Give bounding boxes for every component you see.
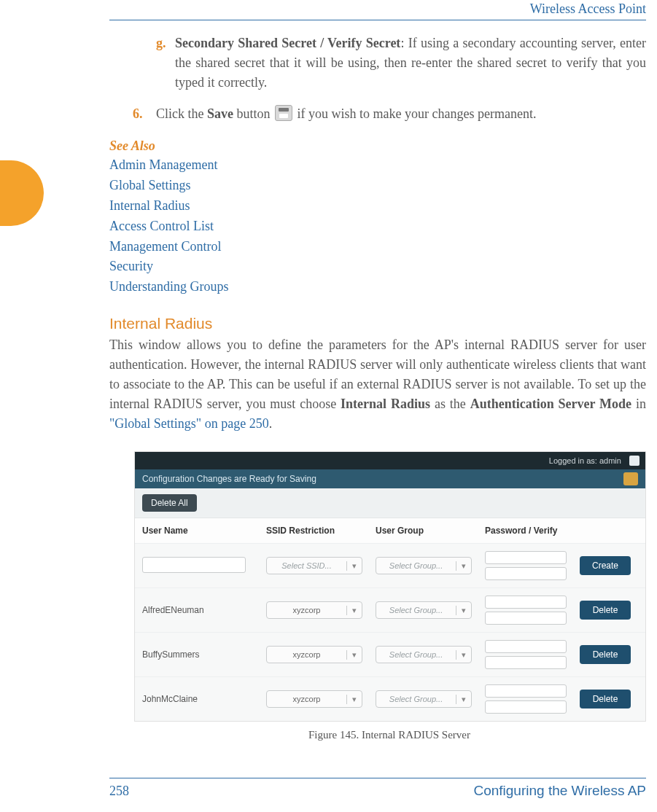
chevron-down-icon: ▾ <box>346 650 362 660</box>
page-number: 258 <box>109 784 129 799</box>
ssid-select[interactable]: Select SSID... ▾ <box>266 557 362 574</box>
para-mid2: in <box>631 397 646 411</box>
create-button[interactable]: Create <box>580 556 631 575</box>
see-also-heading: See Also <box>109 138 646 154</box>
logged-in-label: Logged in as: admin <box>549 456 621 465</box>
verify-password-input[interactable] <box>485 612 567 625</box>
delete-all-button[interactable]: Delete All <box>142 494 197 512</box>
link-global-settings-p250[interactable]: "Global Settings" on page 250 <box>109 416 269 431</box>
side-color-tab <box>0 160 44 226</box>
running-header: Wireless Access Point <box>109 1 646 17</box>
chevron-down-icon: ▾ <box>346 561 362 571</box>
link-management-control[interactable]: Management Control <box>109 237 646 257</box>
group-placeholder: Select Group... <box>376 606 456 614</box>
col-header-group: User Group <box>376 526 485 536</box>
link-internal-radius[interactable]: Internal Radius <box>109 196 646 216</box>
cell-username: BuffySummers <box>142 649 266 660</box>
delete-button[interactable]: Delete <box>580 645 631 664</box>
list-item-6: 6. Click the Save button if you wish to … <box>109 104 646 124</box>
list-marker: 6. <box>133 104 143 124</box>
para-mid1: as the <box>430 397 470 411</box>
chevron-down-icon: ▾ <box>456 606 471 615</box>
list-marker: g. <box>156 34 166 53</box>
list-item-g: g. Secondary Shared Secret / Verify Secr… <box>109 34 646 93</box>
bold-auth-mode: Authentication Server Mode <box>470 397 631 411</box>
config-changes-banner: Configuration Changes are Ready for Savi… <box>135 469 645 488</box>
link-access-control-list[interactable]: Access Control List <box>109 216 646 237</box>
see-also-list: Admin Management Global Settings Interna… <box>109 155 646 297</box>
col-header-ssid: SSID Restriction <box>266 526 376 536</box>
page-footer: 258 Configuring the Wireless AP <box>109 778 646 799</box>
group-select[interactable]: Select Group... ▾ <box>376 601 472 619</box>
col-header-username: User Name <box>142 526 266 536</box>
table-row: JohnMcClaine xyzcorp ▾ Select Group... ▾ <box>135 677 645 721</box>
group-select[interactable]: Select Group... ▾ <box>376 646 472 663</box>
item6-pre: Click the <box>156 106 207 121</box>
ssid-value: xyzcorp <box>267 695 346 703</box>
password-input[interactable] <box>485 551 567 564</box>
table-row-new: Select SSID... ▾ Select Group... ▾ Creat… <box>135 544 645 588</box>
ssid-placeholder: Select SSID... <box>267 561 346 570</box>
cell-username: AlfredENeuman <box>142 605 266 615</box>
group-select[interactable]: Select Group... ▾ <box>376 557 472 574</box>
save-word: Save <box>207 106 233 121</box>
group-placeholder: Select Group... <box>376 561 456 570</box>
item6-mid: button <box>233 106 273 121</box>
delete-button[interactable]: Delete <box>580 690 631 708</box>
link-admin-management[interactable]: Admin Management <box>109 155 646 176</box>
link-understanding-groups[interactable]: Understanding Groups <box>109 277 646 297</box>
verify-password-input[interactable] <box>485 656 567 669</box>
group-select[interactable]: Select Group... ▾ <box>376 690 472 708</box>
password-input[interactable] <box>485 640 567 653</box>
ssid-value: xyzcorp <box>267 606 346 614</box>
footer-rule <box>109 778 646 778</box>
toolbar: Delete All <box>135 488 645 518</box>
table-row: BuffySummers xyzcorp ▾ Select Group... ▾ <box>135 633 645 677</box>
table-header: User Name SSID Restriction User Group Pa… <box>135 518 645 544</box>
section-heading-internal-radius: Internal Radius <box>109 315 646 332</box>
save-pending-icon[interactable] <box>623 472 638 485</box>
verify-password-input[interactable] <box>485 567 567 580</box>
item6-post: if you wish to make your changes permane… <box>294 106 536 121</box>
header-rule <box>109 20 646 20</box>
footer-title: Configuring the Wireless AP <box>473 783 646 799</box>
ssid-select[interactable]: xyzcorp ▾ <box>266 601 362 619</box>
chevron-down-icon: ▾ <box>456 561 471 571</box>
chevron-down-icon: ▾ <box>346 606 362 615</box>
password-input[interactable] <box>485 596 567 609</box>
section-paragraph: This window allows you to define the par… <box>109 335 646 434</box>
group-placeholder: Select Group... <box>376 695 456 703</box>
ssid-select[interactable]: xyzcorp ▾ <box>266 646 362 663</box>
delete-button[interactable]: Delete <box>580 601 631 620</box>
figure-internal-radius: Logged in as: admin Configuration Change… <box>134 451 645 741</box>
chevron-down-icon: ▾ <box>456 650 471 660</box>
link-global-settings[interactable]: Global Settings <box>109 176 646 196</box>
group-placeholder: Select Group... <box>376 650 456 659</box>
logout-icon[interactable] <box>629 456 639 466</box>
ui-top-bar: Logged in as: admin <box>135 452 645 469</box>
verify-password-input[interactable] <box>485 700 567 714</box>
radius-config-ui: Logged in as: admin Configuration Change… <box>134 451 646 722</box>
chevron-down-icon: ▾ <box>346 695 362 704</box>
save-icon <box>275 105 292 121</box>
table-row: AlfredENeuman xyzcorp ▾ Select Group... … <box>135 588 645 633</box>
link-security[interactable]: Security <box>109 257 646 277</box>
ssid-value: xyzcorp <box>267 650 346 659</box>
para-tail: . <box>269 416 273 431</box>
cell-username: JohnMcClaine <box>142 694 266 704</box>
figure-caption: Figure 145. Internal RADIUS Server <box>134 729 645 741</box>
chevron-down-icon: ▾ <box>456 695 471 704</box>
bold-term: Secondary Shared Secret / Verify Secret <box>175 36 400 50</box>
bold-internal-radius: Internal Radius <box>341 397 430 411</box>
ssid-select[interactable]: xyzcorp ▾ <box>266 690 362 708</box>
password-input[interactable] <box>485 684 567 698</box>
col-header-password: Password / Verify <box>485 526 572 536</box>
username-input[interactable] <box>142 557 246 573</box>
banner-text: Configuration Changes are Ready for Savi… <box>142 474 316 484</box>
